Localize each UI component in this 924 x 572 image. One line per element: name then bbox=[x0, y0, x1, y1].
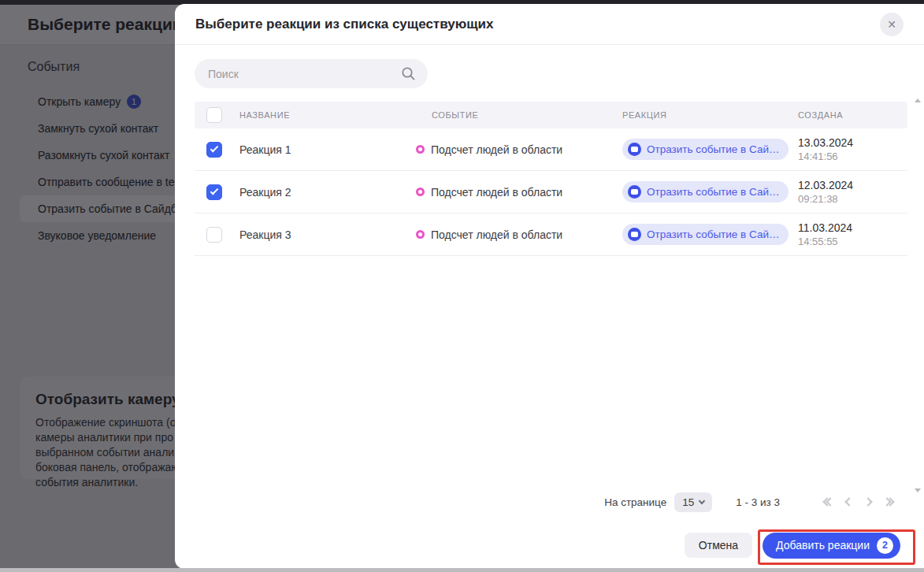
event-type-icon bbox=[416, 188, 425, 196]
reaction-name: Реакция 2 bbox=[239, 186, 416, 199]
sidebar-reaction-icon bbox=[628, 185, 641, 199]
table-header-row: НАЗВАНИЕ СОБЫТИЕ РЕАКЦИЯ СОЗДАНА bbox=[195, 102, 907, 128]
column-header-reaction: РЕАКЦИЯ bbox=[622, 110, 792, 120]
close-icon: ✕ bbox=[887, 18, 896, 31]
app-window: Выберите реакцию н События Открыть камер… bbox=[0, 0, 924, 572]
event-name: Подсчет людей в области bbox=[431, 228, 562, 241]
close-button[interactable]: ✕ bbox=[880, 13, 904, 36]
created-date: 13.03.2024 bbox=[798, 136, 907, 150]
scroll-up-icon[interactable] bbox=[915, 98, 921, 102]
selected-count-badge: 2 bbox=[877, 537, 893, 554]
pagination-range: 1 - 3 из 3 bbox=[736, 496, 780, 508]
reaction-chip-label: Отразить событие в Сай… bbox=[647, 228, 779, 240]
pagination-bar: На странице 15 1 - 3 из 3 bbox=[195, 490, 907, 514]
event-name: Подсчет людей в области bbox=[431, 186, 562, 199]
sidebar-reaction-icon bbox=[628, 228, 641, 241]
reaction-name: Реакция 3 bbox=[239, 228, 416, 241]
sidebar-reaction-icon bbox=[628, 143, 641, 156]
reaction-chip: Отразить событие в Сай… bbox=[622, 224, 789, 245]
table-row[interactable]: Реакция 1 Подсчет людей в области Отрази… bbox=[195, 128, 907, 171]
event-type-icon bbox=[416, 145, 425, 154]
created-date: 11.03.2024 bbox=[798, 221, 907, 235]
prev-page-button[interactable] bbox=[846, 499, 852, 505]
per-page-select[interactable]: 15 bbox=[674, 492, 712, 512]
row-checkbox[interactable] bbox=[206, 142, 222, 158]
first-page-button[interactable] bbox=[824, 499, 833, 505]
select-reactions-modal: Выберите реакции из списка существующих … bbox=[175, 4, 924, 569]
modal-body: НАЗВАНИЕ СОБЫТИЕ РЕАКЦИЯ СОЗДАНА Реакция… bbox=[175, 45, 924, 514]
table-row[interactable]: Реакция 2 Подсчет людей в области Отрази… bbox=[195, 171, 907, 214]
column-header-created: СОЗДАНА bbox=[792, 110, 907, 120]
event-name: Подсчет людей в области bbox=[431, 143, 562, 156]
chevron-left-icon bbox=[844, 497, 853, 506]
column-header-name: НАЗВАНИЕ bbox=[239, 110, 416, 120]
add-reactions-button[interactable]: Добавить реакции 2 bbox=[763, 533, 900, 559]
reaction-chip-label: Отразить событие в Сай… bbox=[647, 143, 779, 155]
next-page-button[interactable] bbox=[865, 499, 871, 505]
reaction-chip: Отразить событие в Сай… bbox=[622, 139, 789, 160]
modal-title: Выберите реакции из списка существующих bbox=[195, 17, 493, 32]
event-type-icon bbox=[416, 230, 425, 239]
cancel-button[interactable]: Отмена bbox=[685, 533, 752, 558]
per-page-value: 15 bbox=[682, 496, 694, 508]
search-icon bbox=[401, 66, 416, 84]
reaction-chip: Отразить событие в Сай… bbox=[622, 181, 789, 202]
created-time: 09:21:38 bbox=[798, 192, 907, 206]
vertical-scrollbar[interactable] bbox=[913, 98, 922, 492]
table-empty-space bbox=[195, 256, 907, 490]
add-reactions-label: Добавить реакции bbox=[776, 539, 870, 552]
scroll-down-icon[interactable] bbox=[915, 488, 921, 492]
search-field bbox=[195, 59, 428, 88]
window-bottom-edge bbox=[0, 568, 924, 572]
search-input[interactable] bbox=[195, 59, 428, 88]
chevron-right-icon bbox=[863, 497, 872, 506]
created-time: 14:55:55 bbox=[798, 235, 907, 248]
per-page-label: На странице bbox=[604, 496, 666, 508]
created-date: 12.03.2024 bbox=[798, 178, 907, 192]
row-checkbox[interactable] bbox=[206, 227, 222, 243]
modal-header: Выберите реакции из списка существующих … bbox=[175, 4, 924, 45]
chevron-down-icon bbox=[699, 497, 705, 503]
column-header-event: СОБЫТИЕ bbox=[416, 110, 622, 120]
row-checkbox[interactable] bbox=[206, 184, 222, 200]
modal-footer: Отмена Добавить реакции 2 bbox=[175, 514, 924, 569]
last-page-button[interactable] bbox=[884, 499, 893, 505]
table-row[interactable]: Реакция 3 Подсчет людей в области Отрази… bbox=[195, 214, 907, 256]
select-all-checkbox[interactable] bbox=[206, 107, 222, 123]
reaction-chip-label: Отразить событие в Сай… bbox=[647, 186, 779, 198]
reaction-name: Реакция 1 bbox=[239, 143, 416, 156]
created-time: 14:41:56 bbox=[798, 150, 907, 163]
